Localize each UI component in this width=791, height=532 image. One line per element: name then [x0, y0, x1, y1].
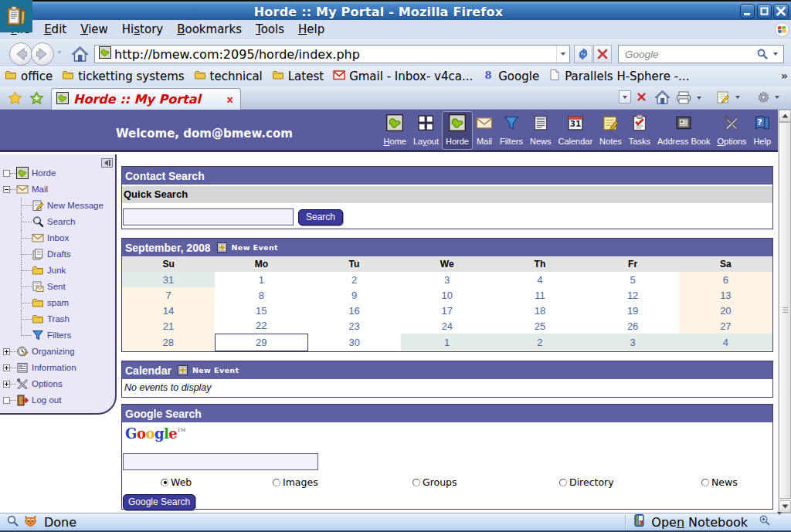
calendar-day-16[interactable]: 16	[307, 303, 400, 318]
status-magnifier-icon[interactable]	[6, 514, 19, 530]
back-button[interactable]	[9, 42, 32, 66]
calendar-day-4-othermonth[interactable]: 4	[679, 334, 772, 351]
desktop-notes-icon[interactable]	[0, 0, 32, 32]
tree-toggle-plus[interactable]	[3, 348, 10, 355]
compose-notes-button[interactable]	[716, 90, 740, 104]
sidebar-item-sent[interactable]: Sent	[3, 279, 104, 295]
radio-circle[interactable]	[273, 479, 280, 486]
horde-nav-notes[interactable]: Notes	[596, 112, 625, 149]
sidebar-item-horde[interactable]: Horde	[3, 165, 104, 181]
radio-images[interactable]: Images	[273, 476, 318, 488]
settings-gear-button[interactable]	[756, 90, 779, 104]
sidebar-item-search[interactable]: Search	[3, 214, 104, 230]
calendar-day-21[interactable]: 21	[122, 318, 215, 334]
bookmark-technical[interactable]: technical	[189, 67, 267, 86]
calendar-day-18[interactable]: 18	[494, 303, 586, 318]
horde-nav-options[interactable]: Options	[714, 112, 749, 149]
sidebar-item-new-message[interactable]: New Message	[3, 198, 104, 214]
bookmarks-overflow-chevron[interactable]: »	[781, 69, 788, 82]
scrollbar-thumb[interactable]	[779, 122, 791, 499]
firefox-fox-icon[interactable]	[23, 514, 38, 530]
menu-edit[interactable]: Edit	[37, 20, 73, 39]
tree-toggle-plus[interactable]	[3, 381, 10, 388]
sidebar-item-log-out[interactable]: Log out	[3, 392, 104, 408]
forward-button[interactable]	[31, 42, 54, 66]
zoom-icon[interactable]	[759, 514, 771, 530]
bookmark-google[interactable]: 8Google	[477, 67, 544, 86]
radio-circle[interactable]	[161, 479, 168, 486]
calendar-day-17[interactable]: 17	[401, 303, 494, 318]
calendar-day-27[interactable]: 27	[679, 318, 772, 334]
calendar-day-3[interactable]: 3	[401, 272, 494, 287]
add-bookmark-star-icon[interactable]	[29, 91, 44, 108]
menu-bookmarks[interactable]: Bookmarks	[170, 20, 249, 39]
bookmark-parallels-h-sphere-[interactable]: Parallels H-Sphere -...	[544, 67, 694, 86]
horde-nav-horde[interactable]: Horde	[443, 112, 472, 149]
new-event-button[interactable]: New Event	[217, 242, 279, 252]
tree-toggle-empty[interactable]	[3, 170, 10, 177]
tree-toggle-empty[interactable]	[3, 397, 10, 404]
horde-nav-mail[interactable]: Mail	[473, 112, 496, 149]
calendar-day-3-othermonth[interactable]: 3	[586, 334, 679, 351]
calendar-day-31-othermonth[interactable]: 31	[122, 272, 215, 287]
print-button[interactable]	[676, 91, 701, 104]
url-dropdown[interactable]	[556, 46, 569, 63]
reload-button[interactable]	[574, 45, 592, 63]
radio-circle[interactable]	[412, 479, 420, 486]
calendar-day-25[interactable]: 25	[494, 318, 586, 334]
search-magnifier-icon[interactable]	[756, 48, 769, 60]
maximize-button[interactable]	[757, 4, 772, 19]
radio-groups[interactable]: Groups	[412, 476, 457, 488]
calendar-day-22[interactable]: 22	[215, 318, 307, 334]
statusbar-dropdown-arrow[interactable]	[777, 515, 782, 530]
calendar-day-2-othermonth[interactable]: 2	[494, 334, 586, 351]
sidebar-item-drafts[interactable]: Drafts	[3, 246, 104, 263]
menu-help[interactable]: Help	[291, 20, 331, 39]
calendar-day-1-othermonth[interactable]: 1	[401, 334, 494, 351]
scrollbar-down-arrow[interactable]	[779, 500, 791, 513]
horde-nav-news[interactable]: News	[527, 112, 555, 149]
calendar-day-5[interactable]: 5	[586, 272, 679, 287]
horde-nav-home[interactable]: Home	[381, 112, 409, 149]
horde-nav-layout[interactable]: Layout	[410, 112, 442, 149]
calendar-day-14[interactable]: 14	[122, 303, 215, 318]
horde-nav-filters[interactable]: Filters	[497, 112, 526, 149]
home-toolbar-button[interactable]	[654, 90, 670, 105]
sidebar-item-mail[interactable]: Mail	[3, 181, 104, 198]
minimize-button[interactable]	[740, 4, 755, 19]
sidebar-item-inbox[interactable]: Inbox	[3, 230, 104, 246]
scrollbar-up-arrow[interactable]	[779, 110, 791, 122]
sidebar-item-trash[interactable]: Trash	[3, 311, 104, 327]
calendar-day-2[interactable]: 2	[307, 272, 400, 287]
radio-circle[interactable]	[701, 479, 709, 486]
google-search-input[interactable]	[123, 453, 318, 470]
calendar-day-9[interactable]: 9	[307, 287, 400, 303]
calendar-day-20[interactable]: 20	[679, 303, 772, 318]
calendar-day-6[interactable]: 6	[679, 272, 772, 287]
notebook-icon[interactable]	[633, 513, 645, 530]
calendar-day-28[interactable]: 28	[122, 334, 215, 351]
sidebar-item-filters[interactable]: Filters	[3, 327, 104, 344]
radio-directory[interactable]: Directory	[559, 476, 614, 488]
calendar-day-1[interactable]: 1	[215, 272, 307, 287]
url-text[interactable]: http://bmew.com:2095/horde/index.php	[114, 47, 360, 62]
calendar-day-10[interactable]: 10	[401, 287, 494, 303]
menu-tools[interactable]: Tools	[249, 20, 291, 39]
search-engine-dropdown[interactable]	[769, 46, 783, 63]
radio-circle[interactable]	[559, 479, 567, 486]
calendar-day-4[interactable]: 4	[494, 272, 586, 287]
radio-web[interactable]: Web	[161, 476, 192, 488]
tree-toggle-minus[interactable]	[3, 186, 10, 193]
radio-news[interactable]: News	[701, 476, 738, 488]
tab-list-button[interactable]	[619, 90, 631, 103]
stop-button[interactable]	[593, 45, 612, 63]
close-tab-button[interactable]	[637, 92, 647, 102]
calendar-day-7[interactable]: 7	[122, 287, 215, 303]
calendar-day-24[interactable]: 24	[401, 318, 494, 334]
bookmark-ticketting-systems[interactable]: ticketting systems	[57, 67, 188, 86]
sidebar-item-options[interactable]: Options	[3, 376, 104, 392]
bookmark-gmail-inbox-v4ca-[interactable]: Gmail - Inbox- v4ca...	[328, 67, 477, 86]
sidebar-item-junk[interactable]: Junk	[3, 263, 104, 279]
horde-nav-address-book[interactable]: Address Book	[654, 112, 713, 149]
calendar-day-30[interactable]: 30	[307, 334, 400, 351]
